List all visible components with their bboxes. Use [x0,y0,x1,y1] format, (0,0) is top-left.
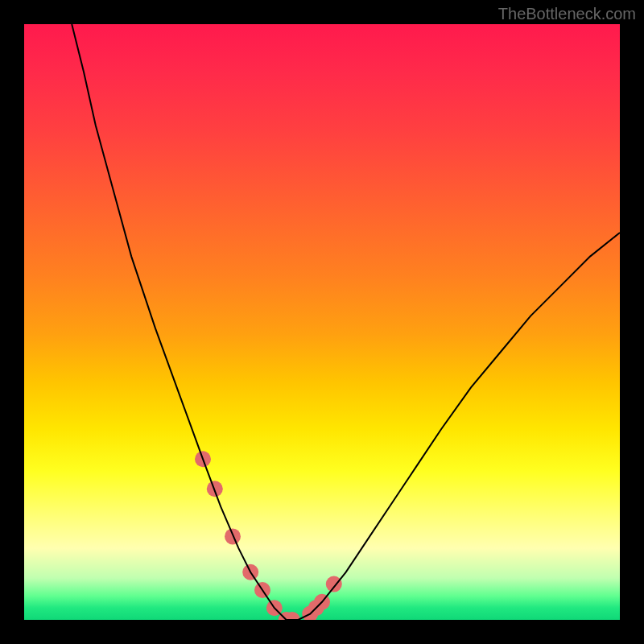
bottleneck-curve-path [72,24,620,620]
plot-area [24,24,620,620]
highlight-markers-group [195,451,342,620]
curve-svg [24,24,620,620]
watermark-text: TheBottleneck.com [498,5,636,23]
highlight-marker [326,576,342,592]
chart-container: TheBottleneck.com [0,0,644,644]
